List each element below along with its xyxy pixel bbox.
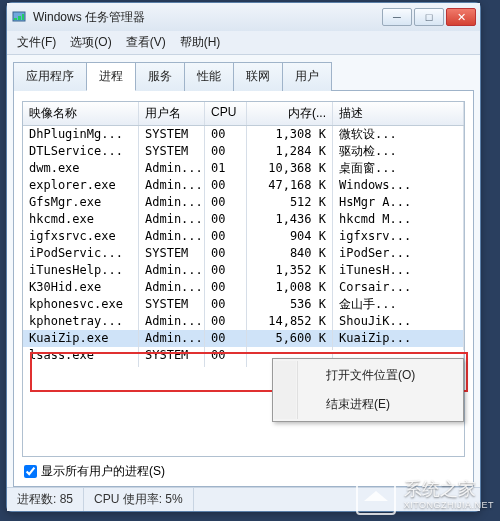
titlebar[interactable]: Windows 任务管理器 ─ □ ✕: [7, 3, 480, 31]
tab-strip: 应用程序 进程 服务 性能 联网 用户: [13, 61, 474, 91]
col-description[interactable]: 描述: [333, 102, 464, 125]
maximize-button[interactable]: □: [414, 8, 444, 26]
cell-desc: KuaiZip...: [333, 327, 464, 350]
list-header: 映像名称 用户名 CPU 内存(... 描述: [23, 102, 464, 126]
window-controls: ─ □ ✕: [382, 8, 476, 26]
cell-cpu: 00: [205, 344, 247, 367]
window-title: Windows 任务管理器: [33, 9, 382, 26]
processes-panel: 映像名称 用户名 CPU 内存(... 描述 DhPluginMg...SYST…: [13, 91, 474, 487]
watermark-logo-icon: [356, 475, 396, 515]
svg-rect-3: [22, 14, 24, 20]
col-memory[interactable]: 内存(...: [247, 102, 333, 125]
show-all-users-checkbox[interactable]: [24, 465, 37, 478]
watermark-line1: 系统之家: [404, 479, 494, 501]
menu-end-process[interactable]: 结束进程(E): [297, 390, 461, 419]
client-area: 应用程序 进程 服务 性能 联网 用户 映像名称 用户名 CPU 内存(... …: [7, 55, 480, 487]
watermark-line2: XITONGZHIJIA.NET: [404, 500, 494, 511]
cell-user: SYSTEM: [139, 344, 205, 367]
col-image-name[interactable]: 映像名称: [23, 102, 139, 125]
menu-open-file-location[interactable]: 打开文件位置(O): [297, 361, 461, 390]
task-manager-window: Windows 任务管理器 ─ □ ✕ 文件(F) 选项(O) 查看(V) 帮助…: [6, 2, 481, 512]
tab-processes[interactable]: 进程: [86, 62, 136, 91]
show-all-users-label: 显示所有用户的进程(S): [41, 463, 165, 480]
svg-rect-2: [18, 16, 21, 20]
menu-options[interactable]: 选项(O): [70, 34, 111, 51]
tab-network[interactable]: 联网: [233, 62, 283, 91]
menu-file[interactable]: 文件(F): [17, 34, 56, 51]
status-cpu-usage: CPU 使用率: 5%: [84, 488, 194, 511]
watermark: 系统之家 XITONGZHIJIA.NET: [356, 475, 494, 515]
tab-apps[interactable]: 应用程序: [13, 62, 87, 91]
menubar: 文件(F) 选项(O) 查看(V) 帮助(H): [7, 31, 480, 55]
context-menu: 打开文件位置(O) 结束进程(E): [272, 358, 464, 422]
tab-services[interactable]: 服务: [135, 62, 185, 91]
tab-performance[interactable]: 性能: [184, 62, 234, 91]
cell-mem: 5,600 K: [247, 327, 333, 350]
close-button[interactable]: ✕: [446, 8, 476, 26]
minimize-button[interactable]: ─: [382, 8, 412, 26]
status-process-count: 进程数: 85: [7, 488, 84, 511]
cell-name: lsass.exe: [23, 344, 139, 367]
svg-rect-1: [14, 18, 17, 20]
app-icon: [11, 9, 27, 25]
menu-view[interactable]: 查看(V): [126, 34, 166, 51]
menu-help[interactable]: 帮助(H): [180, 34, 221, 51]
col-user[interactable]: 用户名: [139, 102, 205, 125]
tab-users[interactable]: 用户: [282, 62, 332, 91]
col-cpu[interactable]: CPU: [205, 102, 247, 125]
